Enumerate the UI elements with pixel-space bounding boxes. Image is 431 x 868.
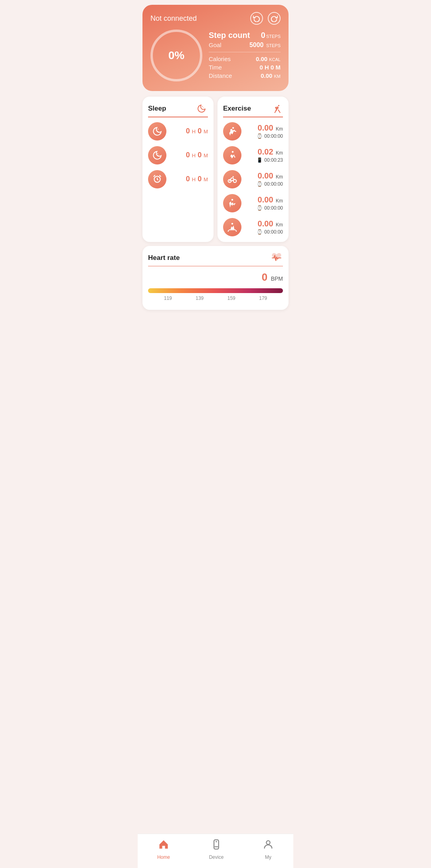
svg-point-12 xyxy=(232,151,233,153)
deep-sleep-icon xyxy=(148,122,166,141)
alarm-value: 0 H 0 M xyxy=(186,175,208,183)
light-sleep-value: 0 H 0 M xyxy=(186,151,208,159)
svg-point-8 xyxy=(278,105,279,106)
svg-point-3 xyxy=(157,153,158,154)
device-icon xyxy=(211,839,222,853)
sleep-title: Sleep xyxy=(148,105,166,113)
refresh-icon[interactable] xyxy=(250,12,263,25)
treadmill-icon-4 xyxy=(223,218,241,236)
heart-rate-card: Heart rate 0 BPM 119 139 159 179 xyxy=(142,246,289,310)
distance-value: 0.00 KM xyxy=(261,72,281,79)
time-refresh-icon[interactable] xyxy=(268,12,281,25)
sleep-item-deep: 0 H 0 M xyxy=(148,122,208,141)
header-body: 0% Step count 0STEPS Goal 5000 STEPS Cal… xyxy=(150,30,281,81)
goal-label: Goal xyxy=(209,42,221,48)
nav-device[interactable]: Device xyxy=(209,839,224,860)
sleep-card-header: Sleep xyxy=(148,102,208,115)
nav-my[interactable]: My xyxy=(263,839,274,860)
heart-rate-bar xyxy=(148,288,283,293)
exercise-stats-2: 0.00 Km ⌚ 00:00:00 xyxy=(257,171,283,187)
svg-point-16 xyxy=(231,199,233,200)
step-count-value: 0STEPS xyxy=(261,31,281,40)
svg-line-20 xyxy=(236,230,237,231)
alarm-icon xyxy=(148,170,166,188)
profile-icon xyxy=(263,839,274,853)
svg-point-2 xyxy=(158,129,158,129)
progress-circle: 0% xyxy=(150,30,202,81)
time-label: Time xyxy=(209,64,222,71)
nav-my-label: My xyxy=(265,854,271,860)
heart-rate-title: Heart rate xyxy=(148,254,180,262)
nav-home-label: Home xyxy=(157,854,170,860)
distance-label: Distance xyxy=(209,72,232,79)
heart-rate-icon xyxy=(270,252,283,264)
light-sleep-icon xyxy=(148,146,166,164)
walking-icon-1 xyxy=(223,146,241,164)
calories-row: Calories 0.00 KCAL xyxy=(209,55,281,62)
exercise-item-4: 0.00 Km ⌚ 00:00:00 xyxy=(223,218,283,236)
bottom-nav: Home Device My xyxy=(138,834,293,868)
bpm-display: 0 BPM xyxy=(148,271,283,283)
watch-icon-3: ⌚ xyxy=(257,205,263,211)
goal-value: 5000 STEPS xyxy=(249,42,281,49)
exercise-stats-3: 0.00 Km ⌚ 00:00:00 xyxy=(257,195,283,211)
header-card: Not connected 0% Step xyxy=(142,5,289,91)
sleep-card: Sleep 0 H 0 M xyxy=(142,97,214,242)
time-row: Time 0 H 0 M xyxy=(209,64,281,71)
svg-point-24 xyxy=(266,841,270,844)
exercise-card-header: Exercise xyxy=(223,102,283,115)
sleep-item-alarm: 0 H 0 M xyxy=(148,170,208,188)
distance-row: Distance 0.00 KM xyxy=(209,72,281,79)
exercise-item-1: 0.02 Km 📱 00:00:23 xyxy=(223,146,283,164)
goal-row: Goal 5000 STEPS xyxy=(209,42,281,52)
hr-label-2: 159 xyxy=(227,295,235,301)
heart-rate-header: Heart rate xyxy=(148,252,283,264)
hr-label-1: 139 xyxy=(196,295,204,301)
exercise-icon xyxy=(270,102,283,115)
circle-percent: 0% xyxy=(168,49,184,62)
svg-point-11 xyxy=(232,127,234,129)
svg-point-0 xyxy=(202,106,203,107)
svg-point-15 xyxy=(233,176,234,177)
header-icons xyxy=(250,12,281,25)
exercise-card: Exercise 0.00 xyxy=(217,97,289,242)
watch-icon-2: ⌚ xyxy=(257,181,263,187)
exercise-item-3: 0.00 Km ⌚ 00:00:00 xyxy=(223,194,283,212)
time-value: 0 H 0 M xyxy=(259,64,281,71)
deep-sleep-value: 0 H 0 M xyxy=(186,127,208,135)
svg-point-4 xyxy=(159,155,160,155)
svg-point-17 xyxy=(231,223,233,224)
bpm-number: 0 xyxy=(262,271,267,283)
nav-home[interactable]: Home xyxy=(157,839,170,860)
phone-icon-1: 📱 xyxy=(257,157,263,163)
svg-line-19 xyxy=(228,230,229,231)
home-icon xyxy=(158,839,169,853)
sleep-item-light: 0 H 0 M xyxy=(148,146,208,164)
hr-label-3: 179 xyxy=(259,295,267,301)
exercise-item-2: 0.00 Km ⌚ 00:00:00 xyxy=(223,170,283,188)
calories-label: Calories xyxy=(209,55,231,62)
exercise-title: Exercise xyxy=(223,105,251,113)
stats-section: Step count 0STEPS Goal 5000 STEPS Calori… xyxy=(209,31,281,81)
svg-line-6 xyxy=(154,175,155,176)
svg-line-7 xyxy=(160,175,161,176)
exercise-stats-1: 0.02 Km 📱 00:00:23 xyxy=(257,147,283,163)
bpm-unit: BPM xyxy=(271,275,283,282)
step-count-row: Step count 0STEPS xyxy=(209,31,281,40)
heart-rate-labels: 119 139 159 179 xyxy=(148,295,283,301)
header-top: Not connected xyxy=(150,12,281,25)
exercise-stats-4: 0.00 Km ⌚ 00:00:00 xyxy=(257,219,283,235)
hr-label-0: 119 xyxy=(164,295,172,301)
cards-row: Sleep 0 H 0 M xyxy=(142,97,289,242)
connection-status: Not connected xyxy=(150,14,197,23)
svg-line-10 xyxy=(278,110,280,113)
svg-point-1 xyxy=(203,107,204,108)
exercise-stats-0: 0.00 Km ⌚ 00:00:00 xyxy=(257,123,283,139)
exercise-item-0: 0.00 Km ⌚ 00:00:00 xyxy=(223,122,283,141)
hiking-icon-3 xyxy=(223,194,241,212)
heart-rate-divider xyxy=(148,266,283,267)
sleep-divider xyxy=(148,117,208,117)
step-count-label: Step count xyxy=(209,31,250,40)
watch-icon-4: ⌚ xyxy=(257,229,263,235)
heart-rate-bar-container: 119 139 159 179 xyxy=(148,288,283,301)
